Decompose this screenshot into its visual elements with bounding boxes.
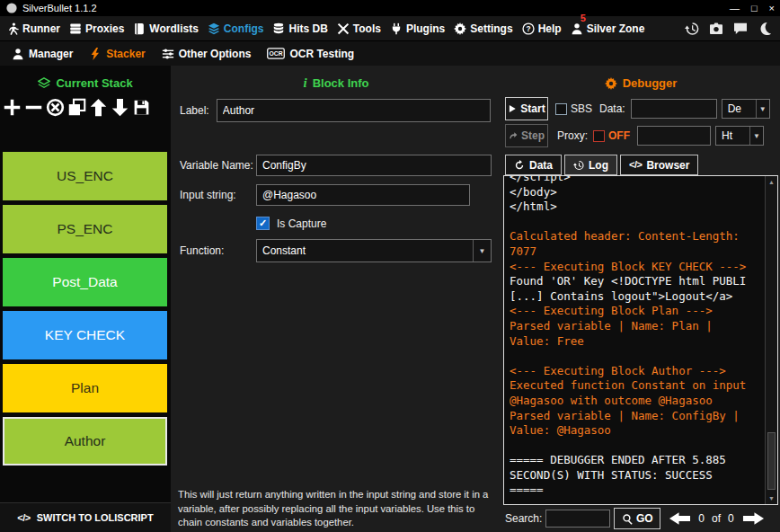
tab-browser[interactable]: </>Browser	[620, 155, 698, 175]
debugger-panel: Debugger Start SBS Data: De ▼	[501, 66, 780, 532]
start-button[interactable]: Start	[505, 97, 548, 120]
proxy-type-select[interactable]: Ht ▼	[715, 126, 764, 146]
close-button[interactable]: ×	[769, 4, 775, 13]
submenu-item-other-options[interactable]: Other Options	[154, 41, 260, 66]
minimize-button[interactable]: —	[730, 4, 740, 13]
log-line	[510, 349, 762, 364]
menu-item-settings[interactable]: Settings	[449, 16, 517, 40]
remove-icon	[24, 98, 43, 117]
submenu-item-label: Manager	[29, 48, 73, 60]
log-line: </script>	[510, 175, 762, 185]
stack-block-plan[interactable]: Plan	[3, 364, 167, 412]
data-tab-icon	[514, 160, 525, 171]
submenu-item-label: Stacker	[106, 48, 145, 60]
clone-icon	[67, 98, 86, 117]
step-button[interactable]: Step	[505, 124, 548, 147]
app-icon	[5, 2, 18, 14]
history-icon	[685, 22, 699, 36]
stack-block-post-data[interactable]: Post_Data	[3, 258, 167, 306]
menu-item-configs[interactable]: Configs	[203, 16, 269, 40]
menu-item-help[interactable]: ?Help	[518, 16, 566, 40]
theme-button[interactable]	[755, 19, 775, 39]
proxy-checkbox[interactable]	[593, 130, 605, 142]
log-line: <--- Executing Block Plan --->	[510, 304, 762, 319]
submenu-item-ocr-testing[interactable]: OCROCR Testing	[259, 41, 362, 66]
runner-icon	[6, 22, 19, 35]
menu-item-silver-zone[interactable]: Silver Zone5	[566, 16, 650, 40]
add-block-button[interactable]	[2, 95, 22, 120]
menu-item-wordlists[interactable]: Wordlists	[129, 16, 202, 40]
stack-block-author[interactable]: Author	[3, 417, 167, 466]
is-capture-checkbox[interactable]	[256, 217, 270, 230]
chat-button[interactable]	[731, 19, 750, 39]
scroll-down-icon[interactable]: ▼	[766, 492, 777, 504]
block-info-panel: i Block Info Label: Variable Name: Input…	[171, 66, 501, 532]
search-input[interactable]	[545, 510, 610, 528]
tab-label: Log	[589, 159, 608, 172]
debug-data-input[interactable]	[631, 99, 717, 119]
disable-block-button[interactable]	[45, 95, 66, 120]
log-line: Executed function Constant on input	[510, 378, 762, 394]
log-line	[510, 439, 762, 454]
input-string-row: Input string:	[180, 184, 470, 206]
menu-item-label: Tools	[353, 22, 381, 35]
scrollbar-thumb[interactable]	[767, 432, 776, 490]
menu-item-label: Runner	[22, 22, 60, 35]
log-line: Calculated header: Content-Length:	[510, 229, 762, 244]
sbs-checkbox[interactable]	[555, 103, 567, 115]
svg-text:OCR: OCR	[270, 50, 283, 57]
variable-name-input[interactable]	[256, 155, 492, 176]
menu-item-runner[interactable]: Runner	[2, 16, 65, 40]
stack-toolbar	[2, 95, 152, 120]
menu-item-proxies[interactable]: Proxies	[65, 16, 129, 40]
log-line: Found 'OR' Key <!DOCTYPE html PUBLI	[510, 274, 762, 289]
switch-to-loliscript-button[interactable]: </> SWITCH TO LOLISCRIPT	[0, 502, 171, 532]
stack-panel: Current Stack US_ENCPS_ENCPost_DataKEY C…	[0, 66, 171, 532]
go-button[interactable]: GO	[614, 508, 660, 529]
input-string-input[interactable]	[256, 184, 470, 206]
label-input[interactable]	[217, 99, 491, 122]
stack-title: Current Stack	[56, 76, 132, 90]
search-label: Search:	[505, 512, 542, 525]
submenu-item-manager[interactable]: Manager	[4, 41, 81, 66]
data-label: Data:	[599, 102, 625, 115]
history-button[interactable]	[682, 19, 702, 39]
stack-block-key-check[interactable]: KEY CHECK	[3, 311, 167, 359]
pager-separator: of	[712, 512, 721, 525]
function-value: Constant	[257, 244, 473, 257]
stack-block-us-enc[interactable]: US_ENC	[3, 152, 167, 200]
tab-label: Browser	[646, 159, 689, 172]
log-scrollbar[interactable]: ▲ ▼	[765, 176, 777, 504]
log-line: <--- Executing Block KEY CHECK --->	[510, 260, 762, 275]
save-block-button[interactable]	[131, 95, 152, 120]
function-select[interactable]: Constant ▼	[256, 239, 492, 262]
menu-item-label: Proxies	[85, 22, 124, 35]
proxy-status: OFF	[608, 129, 630, 142]
submenu-item-stacker[interactable]: Stacker	[81, 41, 153, 66]
move-up-block-button[interactable]	[88, 95, 109, 120]
menu-item-hits-db[interactable]: Hits DB	[268, 16, 332, 40]
plugins-icon	[390, 22, 403, 35]
wordlist-type-select[interactable]: De ▼	[722, 99, 770, 119]
maximize-button[interactable]: □	[751, 4, 758, 13]
previous-match-button[interactable]	[669, 511, 691, 526]
submenu-item-label: OCR Testing	[289, 48, 354, 60]
menu-item-tools[interactable]: Tools	[332, 16, 386, 40]
proxies-icon	[69, 22, 82, 35]
tab-data[interactable]: Data	[505, 155, 562, 175]
stack-block-ps-enc[interactable]: PS_ENC	[3, 205, 167, 253]
remove-block-button[interactable]	[23, 95, 44, 120]
tab-log[interactable]: Log	[564, 155, 617, 175]
proxy-input[interactable]	[637, 126, 711, 146]
scroll-up-icon[interactable]: ▲	[766, 176, 777, 188]
block-info-title: Block Info	[313, 76, 369, 90]
camera-button[interactable]	[706, 19, 726, 39]
step-icon	[509, 131, 518, 140]
block-description: This will just return anything written i…	[178, 488, 494, 529]
clone-block-button[interactable]	[66, 95, 87, 120]
menu-item-plugins[interactable]: Plugins	[386, 16, 449, 40]
move-down-block-button[interactable]	[110, 95, 130, 120]
menu-item-label: Configs	[224, 22, 264, 35]
variable-name-label: Variable Name:	[180, 159, 256, 172]
next-match-button[interactable]	[742, 511, 765, 526]
